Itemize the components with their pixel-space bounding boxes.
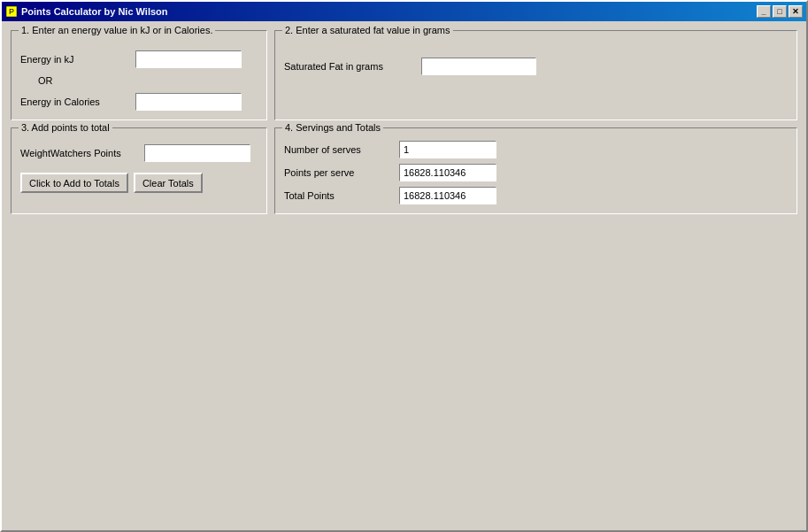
sat-fat-input[interactable] <box>421 58 536 75</box>
minimize-button[interactable]: _ <box>757 5 771 18</box>
energy-kj-input[interactable] <box>135 50 242 68</box>
energy-cal-input[interactable] <box>135 93 242 111</box>
or-row: OR <box>20 75 258 86</box>
energy-cal-label: Energy in Calories <box>20 96 135 107</box>
svg-text:P: P <box>9 7 14 16</box>
energy-kj-row: Energy in kJ <box>20 50 258 68</box>
or-label: OR <box>38 75 53 86</box>
add-points-panel-title: 3. Add points to total <box>19 122 112 133</box>
remaining-area <box>11 221 797 521</box>
title-text: Points Calculator by Nic Wilson <box>21 6 168 17</box>
ww-points-input[interactable] <box>144 144 250 162</box>
ww-points-row: WeightWatchers Points <box>20 144 258 162</box>
fat-panel-title: 2. Enter a saturated fat value in grams <box>282 25 453 35</box>
top-row: 1. Enter an energy value in kJ or in Cal… <box>11 30 797 120</box>
window-content: 1. Enter an energy value in kJ or in Cal… <box>2 21 806 530</box>
total-points-value <box>399 187 496 204</box>
total-points-label: Total Points <box>284 190 399 201</box>
num-serves-row: Number of serves <box>284 141 788 158</box>
close-button[interactable]: ✕ <box>789 5 803 18</box>
num-serves-label: Number of serves <box>284 144 399 155</box>
num-serves-input[interactable] <box>399 141 496 158</box>
servings-panel-title: 4. Servings and Totals <box>282 122 383 133</box>
energy-cal-row: Energy in Calories <box>20 93 258 111</box>
energy-panel-title: 1. Enter an energy value in kJ or in Cal… <box>19 25 215 35</box>
servings-panel: 4. Servings and Totals Number of serves … <box>274 127 797 214</box>
bottom-row: 3. Add points to total WeightWatchers Po… <box>11 127 797 214</box>
fat-panel: 2. Enter a saturated fat value in grams … <box>274 30 797 120</box>
points-per-serve-value <box>399 164 496 181</box>
action-buttons: Click to Add to Totals Clear Totals <box>20 173 258 193</box>
sat-fat-row: Saturated Fat in grams <box>284 58 788 75</box>
points-per-serve-row: Points per serve <box>284 164 788 181</box>
ww-points-label: WeightWatchers Points <box>20 148 144 158</box>
total-points-row: Total Points <box>284 187 788 204</box>
clear-totals-button[interactable]: Clear Totals <box>134 173 203 193</box>
points-per-serve-label: Points per serve <box>284 167 399 178</box>
add-points-panel: 3. Add points to total WeightWatchers Po… <box>11 127 267 214</box>
energy-kj-label: Energy in kJ <box>20 54 135 65</box>
maximize-button[interactable]: □ <box>773 5 787 18</box>
sat-fat-label: Saturated Fat in grams <box>284 61 421 72</box>
window-icon: P <box>5 5 18 18</box>
main-window: P Points Calculator by Nic Wilson _ □ ✕ … <box>0 0 808 532</box>
energy-panel: 1. Enter an energy value in kJ or in Cal… <box>11 30 267 120</box>
title-buttons: _ □ ✕ <box>757 5 803 18</box>
servings-grid: Number of serves Points per serve Total … <box>284 141 788 204</box>
title-bar: P Points Calculator by Nic Wilson _ □ ✕ <box>2 2 806 21</box>
add-to-totals-button[interactable]: Click to Add to Totals <box>20 173 128 193</box>
